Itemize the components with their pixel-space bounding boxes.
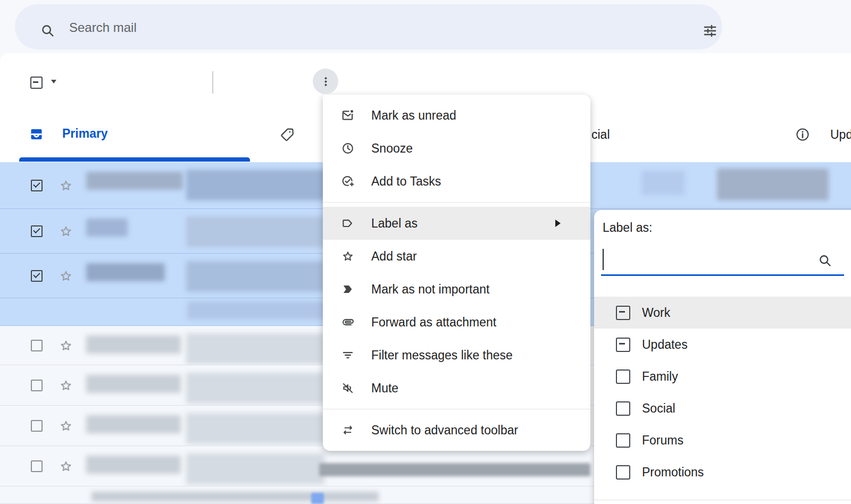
redacted-sender bbox=[86, 263, 165, 281]
menu-group-1: Mark as unread Snooze Add to Tasks bbox=[323, 99, 590, 198]
redacted-sender bbox=[86, 335, 181, 354]
menu-item[interactable]: Add to Tasks bbox=[323, 165, 590, 198]
tab-primary[interactable]: Primary bbox=[62, 127, 108, 141]
label-option[interactable]: Promotions bbox=[594, 456, 851, 488]
label-name: Updates bbox=[642, 338, 688, 352]
label-option[interactable]: Family bbox=[594, 360, 851, 392]
menu-item-icon bbox=[341, 249, 355, 263]
label-checkbox[interactable] bbox=[616, 306, 630, 320]
menu-item-label: Add star bbox=[371, 249, 417, 264]
more-options-button[interactable] bbox=[313, 69, 338, 94]
label-checkbox[interactable] bbox=[616, 433, 630, 448]
star-icon[interactable] bbox=[59, 338, 73, 353]
info-icon[interactable] bbox=[795, 127, 810, 142]
menu-item-label: Mark as unread bbox=[371, 108, 456, 123]
tune-filter-icon[interactable] bbox=[703, 23, 717, 38]
menu-item-icon bbox=[341, 315, 355, 329]
menu-item-icon bbox=[341, 216, 355, 230]
menu-item[interactable]: Switch to advanced toolbar bbox=[323, 414, 590, 447]
menu-item[interactable]: Label as bbox=[323, 207, 590, 240]
menu-item-label: Filter messages like these bbox=[371, 348, 513, 363]
star-icon[interactable] bbox=[59, 459, 73, 474]
tab-updates-partial-label[interactable]: Upd bbox=[830, 128, 851, 142]
label-search-input[interactable] bbox=[604, 247, 814, 272]
redacted-sender bbox=[86, 456, 181, 474]
redacted-subject bbox=[186, 413, 324, 444]
label-checkbox[interactable] bbox=[616, 401, 630, 416]
select-dropdown-caret-icon[interactable] bbox=[51, 80, 56, 83]
search-input[interactable] bbox=[68, 4, 655, 51]
redacted-content bbox=[641, 171, 685, 195]
menu-item[interactable]: Filter messages like these bbox=[323, 339, 590, 372]
menu-item-icon bbox=[341, 108, 355, 122]
row-checkbox[interactable] bbox=[31, 180, 43, 191]
label-name: Social bbox=[642, 401, 675, 416]
star-icon[interactable] bbox=[59, 418, 73, 433]
redacted-subject bbox=[186, 261, 324, 292]
redacted-subject bbox=[91, 492, 379, 501]
star-icon[interactable] bbox=[59, 224, 73, 239]
menu-item-icon bbox=[341, 141, 355, 155]
menu-item[interactable]: Forward as attachment bbox=[323, 306, 590, 339]
row-checkbox[interactable] bbox=[31, 460, 43, 472]
menu-item-icon bbox=[341, 423, 355, 437]
menu-item-label: Forward as attachment bbox=[371, 315, 496, 330]
active-tab-indicator bbox=[19, 157, 250, 162]
menu-item[interactable]: Mark as not important bbox=[323, 273, 590, 306]
redacted-date bbox=[717, 169, 829, 200]
star-icon[interactable] bbox=[59, 268, 73, 283]
row-checkbox[interactable] bbox=[31, 270, 43, 282]
redacted-sender bbox=[86, 375, 181, 393]
redacted-subject bbox=[186, 453, 324, 484]
redacted-sender bbox=[86, 415, 181, 433]
label-checkbox[interactable] bbox=[616, 338, 630, 352]
menu-item-icon bbox=[341, 348, 355, 362]
menu-group-2: Label as Add star Mark as not important … bbox=[323, 202, 590, 405]
select-all-checkbox[interactable] bbox=[30, 77, 43, 89]
label-as-submenu: Label as: Work Updates Family Social bbox=[594, 210, 851, 504]
menu-item-label: Mark as not important bbox=[371, 282, 489, 297]
star-icon[interactable] bbox=[59, 178, 73, 193]
redacted-date bbox=[311, 493, 324, 504]
submenu-divider bbox=[594, 500, 851, 500]
text-cursor bbox=[603, 249, 604, 270]
row-checkbox[interactable] bbox=[31, 340, 43, 351]
label-checkbox[interactable] bbox=[616, 369, 630, 384]
label-option[interactable]: Work bbox=[594, 297, 851, 329]
label-name: Family bbox=[642, 369, 678, 384]
menu-item-label: Label as bbox=[371, 216, 418, 231]
redacted-sender bbox=[86, 172, 183, 190]
label-name: Work bbox=[642, 306, 670, 320]
label-checkbox[interactable] bbox=[616, 465, 630, 480]
label-option[interactable]: Updates bbox=[594, 329, 851, 360]
search-bar[interactable] bbox=[15, 4, 722, 49]
menu-item-label: Switch to advanced toolbar bbox=[371, 423, 518, 438]
label-option[interactable]: Forums bbox=[594, 424, 851, 456]
menu-item[interactable]: Add star bbox=[323, 240, 590, 273]
menu-item[interactable]: Mark as unread bbox=[323, 99, 590, 132]
redacted-content bbox=[319, 463, 590, 476]
row-checkbox[interactable] bbox=[31, 380, 43, 391]
menu-item[interactable]: Snooze bbox=[323, 132, 590, 165]
label-name: Forums bbox=[642, 433, 683, 448]
menu-item[interactable]: Mute bbox=[323, 372, 590, 405]
menu-item-label: Snooze bbox=[371, 141, 413, 156]
label-options-list: Work Updates Family Social Forums bbox=[594, 297, 851, 488]
redacted-subject bbox=[186, 373, 324, 404]
tag-icon[interactable] bbox=[280, 127, 295, 142]
redacted-subject bbox=[186, 216, 331, 247]
label-name: Promotions bbox=[642, 465, 704, 480]
menu-item-label: Add to Tasks bbox=[371, 174, 441, 189]
tab-social-partial-label[interactable]: cial bbox=[591, 128, 610, 142]
label-option[interactable]: Social bbox=[594, 392, 851, 424]
search-input-underline bbox=[601, 274, 844, 276]
menu-group-3: Switch to advanced toolbar bbox=[323, 409, 590, 447]
search-icon bbox=[818, 254, 832, 268]
star-icon[interactable] bbox=[59, 378, 73, 393]
menu-item-icon bbox=[341, 282, 355, 296]
search-icon[interactable] bbox=[40, 23, 55, 38]
primary-tab-inbox-icon bbox=[29, 127, 44, 141]
row-checkbox[interactable] bbox=[31, 420, 43, 432]
submenu-arrow-icon bbox=[555, 220, 561, 227]
row-checkbox[interactable] bbox=[31, 225, 43, 237]
